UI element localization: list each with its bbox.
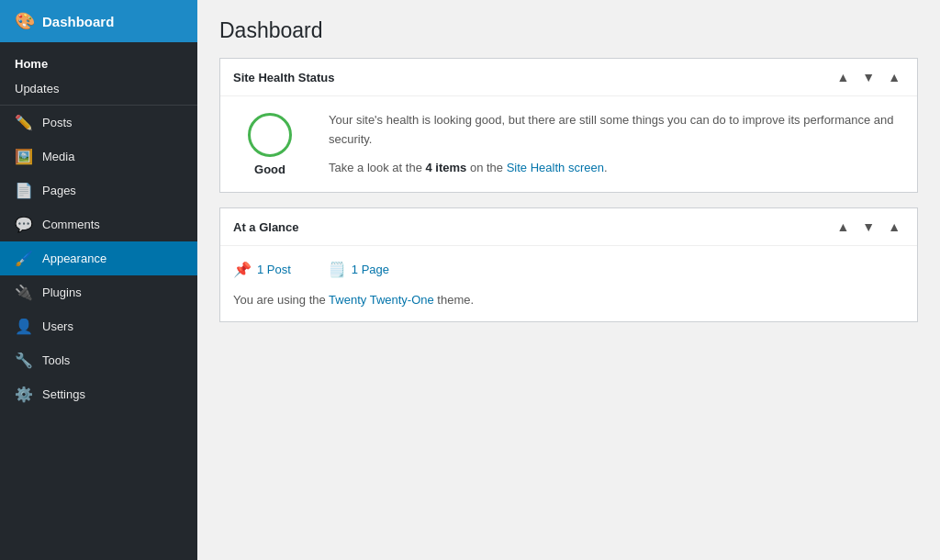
sidebar-home-section: Home Updates — [0, 42, 197, 106]
appearance-icon: 🖌️ — [15, 250, 33, 267]
site-health-link[interactable]: Site Health screen — [507, 161, 604, 174]
at-a-glance-widget: At a Glance ▲ ▼ ▲ 📌 1 Post 🗒️ 1 Page You… — [219, 207, 918, 322]
collapse-up-button-2[interactable]: ▲ — [833, 218, 853, 236]
sidebar-header: 🎨 Dashboard — [0, 0, 197, 42]
sidebar-item-label: Appearance — [42, 252, 106, 265]
sidebar-item-label: Settings — [42, 387, 85, 401]
health-indicator: Good — [233, 113, 307, 176]
widget-controls-2: ▲ ▼ ▲ — [833, 218, 904, 236]
sidebar-item-label: Tools — [42, 353, 70, 367]
sidebar-item-appearance[interactable]: 🖌️ Appearance — [0, 241, 197, 275]
collapse-down-button[interactable]: ▼ — [858, 68, 878, 86]
users-icon: 👤 — [15, 318, 33, 335]
sidebar: 🎨 Dashboard Home Updates ✏️ Posts 🖼️ Med… — [0, 0, 197, 560]
at-a-glance-body: 📌 1 Post 🗒️ 1 Page You are using the Twe… — [220, 246, 917, 321]
site-health-title: Site Health Status — [233, 71, 335, 84]
sidebar-item-tools[interactable]: 🔧 Tools — [0, 343, 197, 377]
sidebar-item-label: Comments — [42, 218, 100, 231]
glance-counts-row: 📌 1 Post 🗒️ 1 Page — [233, 261, 904, 289]
tools-icon: 🔧 — [15, 352, 33, 369]
dashboard-icon: 🎨 — [15, 11, 35, 31]
expand-button[interactable]: ▲ — [884, 68, 904, 86]
glance-pages[interactable]: 🗒️ 1 Page — [328, 261, 389, 278]
sidebar-item-home[interactable]: Home — [0, 51, 197, 76]
sidebar-item-label: Media — [42, 150, 74, 163]
health-desc-text: Your site's health is looking good, but … — [329, 111, 904, 150]
pages-icon: 📄 — [15, 182, 33, 199]
glance-theme-text: You are using the Twenty Twenty-One them… — [233, 289, 904, 307]
sidebar-item-label: Pages — [42, 184, 76, 197]
media-icon: 🖼️ — [15, 148, 33, 165]
posts-icon: ✏️ — [15, 114, 33, 131]
glance-post-count[interactable]: 1 Post — [257, 263, 291, 276]
settings-icon: ⚙️ — [15, 386, 33, 403]
health-items-count: 4 items — [426, 161, 467, 174]
sidebar-item-label: Users — [42, 319, 73, 333]
at-a-glance-header: At a Glance ▲ ▼ ▲ — [220, 208, 917, 246]
at-a-glance-title: At a Glance — [233, 220, 299, 234]
sidebar-item-posts[interactable]: ✏️ Posts — [0, 106, 197, 140]
sidebar-item-comments[interactable]: 💬 Comments — [0, 207, 197, 241]
sidebar-item-label: Posts — [42, 116, 73, 129]
sidebar-item-plugins[interactable]: 🔌 Plugins — [0, 275, 197, 309]
health-status-circle: Good — [233, 113, 307, 176]
collapse-down-button-2[interactable]: ▼ — [858, 218, 878, 236]
collapse-up-button[interactable]: ▲ — [833, 68, 853, 86]
sidebar-item-updates[interactable]: Updates — [0, 76, 197, 101]
health-content: Good Your site's health is looking good,… — [233, 111, 904, 177]
glance-posts[interactable]: 📌 1 Post — [233, 261, 291, 278]
comments-icon: 💬 — [15, 216, 33, 233]
glance-page-count[interactable]: 1 Page — [352, 263, 389, 276]
circle-good-icon — [248, 113, 292, 157]
widget-controls: ▲ ▼ ▲ — [833, 68, 904, 86]
sidebar-item-label: Plugins — [42, 286, 82, 299]
health-status-label: Good — [254, 162, 285, 176]
health-items-text: Take a look at the 4 items on the Site H… — [329, 159, 904, 178]
sidebar-item-media[interactable]: 🖼️ Media — [0, 140, 197, 174]
theme-link[interactable]: Twenty Twenty-One — [329, 293, 434, 307]
main-content: Dashboard Site Health Status ▲ ▼ ▲ Good … — [197, 0, 940, 560]
page-glance-icon: 🗒️ — [328, 261, 346, 278]
sidebar-item-pages[interactable]: 📄 Pages — [0, 174, 197, 207]
sidebar-item-users[interactable]: 👤 Users — [0, 309, 197, 343]
site-health-body: Good Your site's health is looking good,… — [220, 96, 917, 192]
sidebar-item-settings[interactable]: ⚙️ Settings — [0, 377, 197, 411]
plugins-icon: 🔌 — [15, 284, 33, 301]
site-health-header: Site Health Status ▲ ▼ ▲ — [220, 59, 917, 96]
health-description: Your site's health is looking good, but … — [329, 111, 904, 177]
page-title: Dashboard — [219, 18, 918, 43]
expand-button-2[interactable]: ▲ — [884, 218, 904, 236]
site-health-widget: Site Health Status ▲ ▼ ▲ Good Your site'… — [219, 58, 918, 193]
sidebar-title: Dashboard — [42, 14, 114, 29]
post-icon: 📌 — [233, 261, 252, 278]
